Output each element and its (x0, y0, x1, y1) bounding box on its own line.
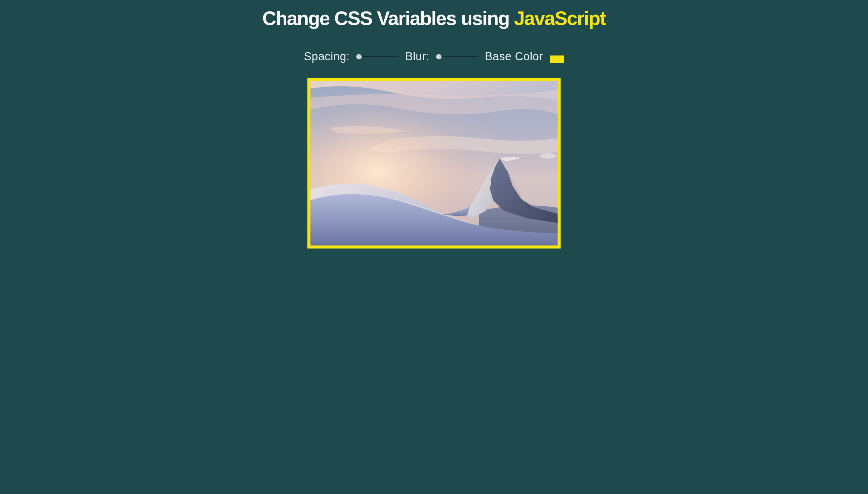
controls-row: Spacing: Blur: Base Color (0, 50, 868, 63)
blur-slider[interactable] (436, 56, 478, 57)
title-highlight: JavaScript (514, 7, 606, 29)
base-color-input[interactable] (550, 56, 564, 63)
spacing-label: Spacing: (304, 50, 350, 63)
blur-label: Blur: (405, 50, 430, 63)
page-title: Change CSS Variables using JavaScript (0, 0, 868, 32)
title-prefix: Change CSS Variables using (262, 7, 514, 29)
svg-point-2 (539, 153, 556, 159)
mountain-image (311, 81, 557, 246)
base-color-label: Base Color (485, 50, 543, 63)
spacing-slider[interactable] (356, 56, 398, 57)
image-frame (308, 78, 560, 248)
